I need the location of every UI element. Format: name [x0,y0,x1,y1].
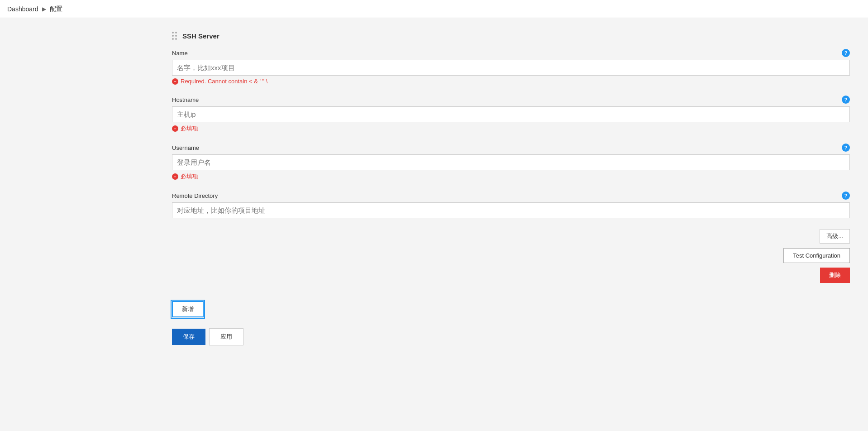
remote-directory-label-row: Remote Directory ? [172,192,850,200]
username-error-icon: − [172,173,178,180]
bottom-action-row: 保存 应用 [172,328,850,345]
breadcrumb-home[interactable]: Dashboard [7,5,38,13]
username-help-icon[interactable]: ? [842,144,850,152]
name-error: − Required. Cannot contain < & ' " \ [172,78,850,85]
name-error-icon: − [172,78,178,85]
hostname-help-icon[interactable]: ? [842,96,850,104]
dot [175,35,177,37]
name-label: Name [172,50,188,57]
username-input[interactable] [172,154,850,170]
main-content: SSH Server Name ? − Required. Cannot con… [0,18,868,431]
hostname-input[interactable] [172,106,850,122]
advanced-button[interactable]: 高级... [820,229,850,244]
test-configuration-button[interactable]: Test Configuration [783,248,850,263]
breadcrumb-current: 配置 [50,5,62,13]
save-button[interactable]: 保存 [172,329,205,345]
remote-directory-field-group: Remote Directory ? [172,192,850,218]
name-field-group: Name ? − Required. Cannot contain < & ' … [172,49,850,85]
apply-button[interactable]: 应用 [209,328,243,345]
delete-button[interactable]: 删除 [820,268,850,283]
dot [175,38,177,40]
name-input[interactable] [172,60,850,76]
topbar: Dashboard ▶ 配置 [0,0,868,18]
username-error-text: 必填项 [181,172,198,181]
hostname-label: Hostname [172,96,199,103]
hostname-error-icon: − [172,125,178,132]
section-drag-handle [172,32,177,40]
username-error: − 必填项 [172,172,850,181]
add-button[interactable]: 新增 [172,301,204,317]
hostname-error-text: 必填项 [181,125,198,133]
hostname-error: − 必填项 [172,125,850,133]
hostname-label-row: Hostname ? [172,96,850,104]
remote-directory-label: Remote Directory [172,192,218,199]
dot [172,38,174,40]
dot [172,32,174,34]
username-label-row: Username ? [172,144,850,152]
hostname-field-group: Hostname ? − 必填项 [172,96,850,133]
remote-directory-help-icon[interactable]: ? [842,192,850,200]
dot [172,35,174,37]
section-header: SSH Server [172,32,850,40]
action-buttons-right: 高级... Test Configuration 删除 [172,229,850,283]
section-title: SSH Server [182,32,219,40]
name-help-icon[interactable]: ? [842,49,850,57]
name-error-text: Required. Cannot contain < & ' " \ [181,78,267,85]
username-field-group: Username ? − 必填项 [172,144,850,181]
name-label-row: Name ? [172,49,850,57]
bottom-buttons: 新增 [172,301,850,317]
breadcrumb-arrow: ▶ [42,6,46,12]
username-label: Username [172,144,199,151]
dot [175,32,177,34]
remote-directory-input[interactable] [172,202,850,218]
